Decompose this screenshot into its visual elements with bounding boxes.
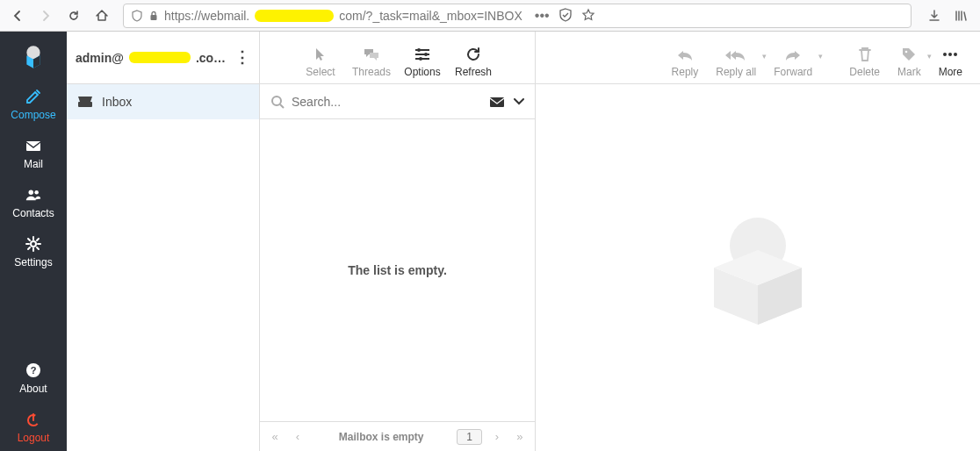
svg-rect-14 bbox=[490, 97, 504, 107]
first-page-button[interactable]: « bbox=[267, 430, 283, 443]
sidebar-label: About bbox=[19, 383, 47, 395]
sliders-icon bbox=[414, 45, 430, 64]
more-icon bbox=[941, 45, 959, 64]
bookmark-star-icon[interactable] bbox=[581, 8, 595, 24]
page-number[interactable]: 1 bbox=[457, 429, 482, 445]
gear-icon bbox=[25, 235, 42, 253]
toolbar-label: Refresh bbox=[455, 66, 492, 78]
trash-icon bbox=[858, 45, 872, 64]
sidebar-item-settings[interactable]: Settings bbox=[0, 226, 67, 276]
svg-point-10 bbox=[417, 48, 421, 52]
toolbar-label: Select bbox=[306, 66, 335, 78]
app-logo bbox=[0, 35, 67, 79]
more-button[interactable]: More bbox=[930, 45, 971, 78]
forward-button[interactable] bbox=[33, 4, 58, 28]
url-text-prefix: https://webmail. bbox=[164, 9, 249, 23]
question-icon: ? bbox=[25, 362, 42, 379]
last-page-button[interactable]: » bbox=[512, 430, 528, 443]
inbox-icon bbox=[77, 96, 93, 108]
sidebar-item-contacts[interactable]: Contacts bbox=[0, 177, 67, 226]
svg-point-12 bbox=[419, 57, 422, 61]
reply-all-button[interactable]: Reply all ▾ bbox=[707, 45, 765, 78]
task-sidebar: Compose Mail Contacts Settings ? About L… bbox=[0, 32, 67, 451]
message-list-pane: Select Threads Options Refresh The bbox=[260, 32, 536, 451]
toolbar-label: Delete bbox=[849, 66, 880, 78]
url-text-suffix: com/?_task=mail&_mbox=INBOX bbox=[339, 9, 522, 23]
cursor-icon bbox=[314, 45, 327, 64]
svg-point-18 bbox=[954, 53, 957, 56]
next-page-button[interactable]: › bbox=[489, 430, 505, 443]
redacted-domain bbox=[255, 10, 334, 22]
search-scope-icon[interactable] bbox=[489, 96, 505, 108]
tag-icon bbox=[901, 45, 917, 64]
reload-button[interactable] bbox=[61, 4, 86, 28]
list-toolbar: Select Threads Options Refresh bbox=[260, 32, 535, 84]
sidebar-label: Compose bbox=[11, 109, 55, 121]
toolbar-label: Reply all bbox=[716, 66, 756, 78]
search-icon bbox=[270, 95, 285, 109]
forward-button[interactable]: Forward ▾ bbox=[765, 45, 821, 78]
app-container: Compose Mail Contacts Settings ? About L… bbox=[0, 32, 980, 451]
browser-toolbar: https://webmail.com/?_task=mail&_mbox=IN… bbox=[0, 0, 980, 32]
refresh-icon bbox=[465, 45, 481, 64]
svg-point-13 bbox=[272, 97, 281, 105]
folder-inbox[interactable]: Inbox bbox=[67, 84, 259, 119]
toolbar-label: Threads bbox=[352, 66, 391, 78]
refresh-button[interactable]: Refresh bbox=[448, 45, 499, 78]
reply-button[interactable]: Reply bbox=[663, 45, 708, 78]
chevron-down-icon[interactable]: ▾ bbox=[818, 52, 823, 61]
search-input[interactable] bbox=[292, 95, 482, 109]
delete-button[interactable]: Delete bbox=[840, 45, 889, 78]
svg-rect-2 bbox=[26, 141, 40, 151]
account-bar[interactable]: admin@.co… ⋮ bbox=[67, 32, 259, 84]
contacts-icon bbox=[25, 186, 42, 204]
toolbar-label: Mark bbox=[897, 66, 921, 78]
account-prefix: admin@ bbox=[76, 51, 124, 65]
compose-icon bbox=[25, 88, 42, 105]
toolbar-label: Reply bbox=[672, 66, 699, 78]
svg-point-11 bbox=[424, 53, 428, 56]
url-bar[interactable]: https://webmail.com/?_task=mail&_mbox=IN… bbox=[123, 4, 912, 28]
pager-status: Mailbox is empty bbox=[339, 431, 424, 443]
lock-icon bbox=[148, 11, 159, 21]
mark-button[interactable]: Mark ▾ bbox=[889, 45, 930, 78]
tracking-shield-icon bbox=[131, 10, 143, 22]
message-toolbar: Reply Reply all ▾ Forward ▾ Delete bbox=[536, 32, 980, 84]
svg-point-15 bbox=[905, 51, 908, 54]
select-button[interactable]: Select bbox=[295, 45, 346, 78]
folder-label: Inbox bbox=[102, 95, 132, 109]
sidebar-label: Logout bbox=[18, 432, 50, 444]
account-menu-icon[interactable]: ⋮ bbox=[234, 54, 250, 61]
threads-icon bbox=[363, 45, 380, 64]
svg-rect-9 bbox=[78, 102, 92, 107]
reply-icon bbox=[676, 45, 694, 64]
redacted-account bbox=[129, 52, 191, 63]
sidebar-item-logout[interactable]: Logout bbox=[0, 402, 67, 451]
prev-page-button[interactable]: ‹ bbox=[290, 430, 306, 443]
home-button[interactable] bbox=[90, 4, 114, 28]
search-bar bbox=[260, 84, 535, 119]
options-button[interactable]: Options bbox=[397, 45, 448, 78]
empty-list-message: The list is empty. bbox=[260, 119, 535, 421]
preview-placeholder bbox=[536, 84, 980, 451]
svg-rect-0 bbox=[151, 15, 157, 20]
page-actions-icon[interactable]: ••• bbox=[535, 8, 550, 24]
toolbar-label: More bbox=[939, 66, 962, 78]
reader-shield-icon[interactable] bbox=[558, 8, 573, 24]
downloads-icon[interactable] bbox=[927, 9, 941, 23]
sidebar-item-about[interactable]: ? About bbox=[0, 353, 67, 402]
pager: « ‹ Mailbox is empty 1 › » bbox=[260, 421, 535, 451]
svg-text:?: ? bbox=[31, 365, 37, 376]
account-suffix: .co… bbox=[196, 51, 226, 65]
toolbar-label: Forward bbox=[774, 66, 812, 78]
sidebar-item-compose[interactable]: Compose bbox=[0, 79, 67, 128]
library-icon[interactable] bbox=[954, 9, 968, 23]
search-options-icon[interactable] bbox=[514, 98, 524, 105]
threads-button[interactable]: Threads bbox=[346, 45, 397, 78]
svg-point-16 bbox=[943, 53, 947, 56]
back-button[interactable] bbox=[5, 4, 30, 28]
sidebar-item-mail[interactable]: Mail bbox=[0, 128, 67, 177]
svg-point-4 bbox=[34, 190, 39, 195]
power-icon bbox=[25, 411, 42, 428]
sidebar-label: Mail bbox=[24, 158, 43, 170]
